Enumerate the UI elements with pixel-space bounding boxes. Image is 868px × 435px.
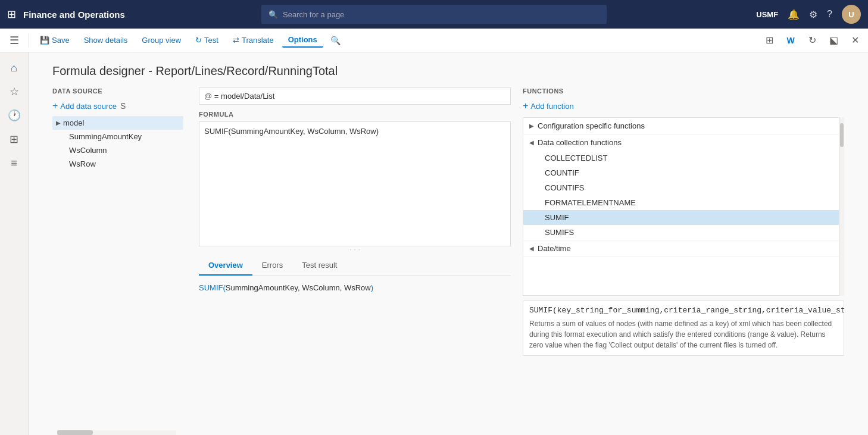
tab-errors[interactable]: Errors [252,256,292,276]
notification-icon[interactable]: 🔔 [788,9,800,20]
test-button[interactable]: ↻ Test [189,33,224,47]
top-nav-right: USMF 🔔 ⚙ ? U [756,5,861,24]
func-signature: SUMIF(key_string_for_summing,criteria_ra… [529,306,838,315]
sumif-close-paren: ) [371,283,373,292]
toolbar-separator-1 [29,33,29,48]
translate-button[interactable]: ⇄ Translate [227,33,280,47]
datasource-header: DATA SOURCE [52,87,183,95]
content-area: Formula designer - Report/Lines/Record/R… [29,52,868,435]
sidebar-icon-modules[interactable]: ≡ [4,152,25,174]
bottom-scrollbar-thumb [57,430,93,435]
options-button[interactable]: Options [282,33,323,48]
search-input[interactable] [283,10,600,19]
formula-input[interactable]: SUMIF(SummingAmountKey, WsColumn, WsRow) [199,121,511,246]
tab-overview[interactable]: Overview [199,256,252,276]
sidebar-icon-workspaces[interactable]: ⊞ [4,129,25,150]
designer-layout: DATA SOURCE + Add data source S ▶ model … [29,87,868,433]
app-title: Finance and Operations [23,10,125,20]
group-view-button[interactable]: Group view [136,33,187,47]
hamburger-icon[interactable]: ☰ [5,32,24,49]
tabs-bar: Overview Errors Test result [199,256,511,276]
tree-item-wscolumn[interactable]: WsColumn [52,143,183,157]
save-icon: 💾 [40,36,49,45]
chevron-right-icon: ▶ [529,123,534,129]
functions-header: FUNCTIONS [523,87,844,95]
func-item-countifs[interactable]: COUNTIFS [523,180,839,195]
bottom-scrollbar[interactable] [57,430,176,435]
add-datasource-button[interactable]: + Add data source [52,101,117,111]
func-item-countif[interactable]: COUNTIF [523,165,839,180]
chevron-left-icon: ◀ [529,245,534,252]
functions-scrollbar[interactable] [839,117,844,296]
close-icon[interactable]: ✕ [847,32,863,49]
tree-item-model[interactable]: ▶ model [52,116,183,130]
toolbar: ☰ 💾 Save Show details Group view ↻ Test … [0,29,868,52]
sumif-args: SummingAmountKey, WsColumn, WsRow [226,283,371,292]
sidebar-icon-favorites[interactable]: ☆ [4,81,25,102]
functions-panel: FUNCTIONS + Add function ▶ Configuration… [523,87,844,433]
func-group-config: ▶ Configuration specific functions [523,118,839,134]
func-item-sumifs[interactable]: SUMIFS [523,225,839,240]
avatar[interactable]: U [842,5,861,24]
main-layout: ⌂ ☆ 🕐 ⊞ ≡ Formula designer - Report/Line… [0,52,868,435]
func-group-datetime: ◀ Date/time [523,240,839,257]
refresh-icon[interactable]: ↻ [804,32,820,49]
sidebar-icon-home[interactable]: ⌂ [4,57,25,79]
chevron-down-icon: ◀ [529,139,534,146]
formula-panel: @ = model/Data/List FORMULA SUMIF(Summin… [199,87,511,433]
func-group-datetime-header[interactable]: ◀ Date/time [523,240,839,256]
functions-scrollbar-thumb [840,123,844,147]
tab-test-result[interactable]: Test result [292,256,346,276]
search-icon: 🔍 [268,10,278,19]
search-datasource-button[interactable]: S [120,101,126,111]
formula-datasource-path: model/Data/List [221,92,274,101]
grid-icon[interactable]: ⊞ [7,8,16,21]
sumif-function-link[interactable]: SUMIF( [199,283,226,292]
datasource-toolbar: + Add data source S [52,101,183,111]
test-icon: ↻ [195,36,202,45]
func-group-config-header[interactable]: ▶ Configuration specific functions [523,118,839,134]
search-toolbar-icon[interactable]: 🔍 [326,33,345,48]
popout-icon[interactable]: ⬕ [825,32,842,49]
tree-item-summingamountkey[interactable]: SummingAmountKey [52,130,183,143]
tree-item-wsrow[interactable]: WsRow [52,157,183,171]
translate-icon: ⇄ [233,36,239,45]
tab-content-overview: SUMIF(SummingAmountKey, WsColumn, WsRow) [199,276,511,299]
add-function-button[interactable]: + Add function [523,101,844,111]
func-item-sumif[interactable]: SUMIF [523,210,839,225]
functions-tree: ▶ Configuration specific functions ◀ Dat… [523,117,839,296]
show-details-button[interactable]: Show details [78,33,134,47]
formula-datasource-bar: @ = model/Data/List [199,87,511,105]
add-icon: + [52,101,58,111]
datasource-tree: ▶ model SummingAmountKey WsColumn WsRow [52,116,183,171]
sidebar-icon-recent[interactable]: 🕐 [4,105,25,126]
func-item-formatelementname[interactable]: FORMATELEMENTNAME [523,195,839,210]
func-group-data-collection: ◀ Data collection functions COLLECTEDLIS… [523,134,839,240]
top-navigation: ⊞ Finance and Operations 🔍 USMF 🔔 ⚙ ? U [0,0,868,29]
func-description-area: SUMIF(key_string_for_summing,criteria_ra… [523,301,844,356]
formula-at-symbol: @ [204,92,212,101]
func-description: Returns a sum of values of nodes (with n… [529,318,838,350]
chevron-right-icon: ▶ [56,120,61,126]
office-icon[interactable]: W [782,32,799,49]
sidebar: ⌂ ☆ 🕐 ⊞ ≡ [0,52,29,435]
page-title: Formula designer - Report/Lines/Record/R… [29,52,868,87]
personalize-icon[interactable]: ⊞ [761,32,778,49]
help-icon[interactable]: ? [827,9,832,20]
func-item-collectedlist[interactable]: COLLECTEDLIST [523,151,839,165]
func-group-data-collection-header[interactable]: ◀ Data collection functions [523,134,839,151]
datasource-panel: DATA SOURCE + Add data source S ▶ model … [52,87,183,433]
user-label: USMF [756,10,778,19]
formula-header: FORMULA [199,111,511,118]
search-bar[interactable]: 🔍 [261,5,607,24]
toolbar-right: ⊞ W ↻ ⬕ ✕ [761,32,863,49]
formula-resize-handle[interactable]: · · · [199,246,511,251]
save-button[interactable]: 💾 Save [34,33,76,47]
add-function-icon: + [523,101,528,111]
settings-icon[interactable]: ⚙ [809,9,817,20]
